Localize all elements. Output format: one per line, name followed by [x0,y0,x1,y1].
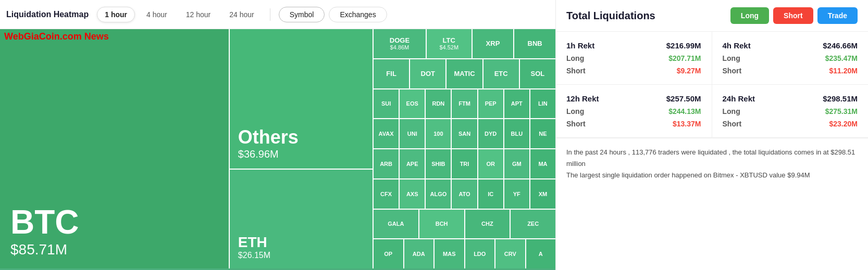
grid-row-7: GALA BCH CHZ ZEC [374,210,555,240]
short-button[interactable]: Short [773,7,813,24]
24h-rekt-value: $298.51M [823,94,858,103]
stats-note: In the past 24 hours , 113,776 traders w… [556,138,868,189]
cell-sol-label: SOL [530,70,544,78]
stats-note-line2: The largest single liquidation order hap… [566,170,858,181]
4h-short-value: $11.20M [829,67,858,75]
cell-dyd-label: DYD [485,131,497,137]
stats-panel: Total Liquidations Long Short Trade 1h R… [555,0,868,270]
cell-chz: CHZ [465,210,511,239]
cell-bch: BCH [419,210,465,239]
cell-ldo: LDO [465,239,496,268]
stats-grid-top: 1h Rekt $216.99M Long $207.71M Short $9.… [556,32,868,85]
btc-cell: BTC $85.71M [0,29,230,268]
cell-xm: XM [530,179,555,209]
cell-doge-value: $4.86M [390,44,410,50]
cell-ftm: FTM [452,89,478,119]
cell-ato-label: ATO [458,191,470,197]
cell-a-label: A [539,251,543,257]
cell-ma-label: MA [538,161,547,167]
tab-1hour[interactable]: 1 hour [97,7,135,22]
cell-blu-label: BLU [511,131,523,137]
cell-ltc-value: $4.52M [439,44,458,50]
eth-label: ETH [238,234,364,251]
cell-ma: MA [530,149,555,178]
1h-long-label: Long [566,54,584,62]
cell-apt-label: APT [511,100,523,107]
cell-arb-label: ARB [380,161,392,167]
stats-title: Total Liquidations [566,10,655,22]
cell-or-label: OR [486,161,495,167]
cell-xrp-label: XRP [486,40,500,47]
heatmap-body: WebGiaCoin.com News BTC $85.71M Others $… [0,29,555,270]
stat-row-1h-short: Short $9.27M [566,67,701,75]
cell-op-label: OP [384,251,392,257]
24h-long-value: $275.31M [825,107,858,115]
stat-block-4h: 4h Rekt $246.66M Long $235.47M Short $11… [712,32,869,84]
cell-tri: TRI [452,149,478,178]
1h-long-value: $207.71M [668,54,701,62]
tab-24hour[interactable]: 24 hour [222,7,261,22]
cell-ic: IC [478,179,504,209]
cell-bnb-label: BNB [528,40,542,47]
cell-op: OP [374,239,404,268]
cell-dot-label: DOT [421,70,435,78]
long-button[interactable]: Long [730,7,769,24]
btc-value: $85.71M [10,241,218,258]
tab-12hour[interactable]: 12 hour [179,7,218,22]
24h-short-value: $23.20M [829,120,858,128]
stat-block-12h: 12h Rekt $257.50M Long $244.13M Short $1… [556,85,712,137]
24h-long-label: Long [723,107,740,115]
trade-button[interactable]: Trade [817,7,858,24]
cell-a: A [526,239,555,268]
cell-ne-label: NE [539,131,547,137]
others-value: $36.96M [238,148,364,160]
cell-100-label: 100 [433,131,443,137]
cell-sui: SUI [374,89,400,119]
grid-row-6: CFX AXS ALGO ATO IC [374,179,555,210]
cell-ftm-label: FTM [458,100,470,107]
4h-rekt-value: $246.66M [823,41,858,50]
cell-zec: ZEC [511,210,555,239]
cell-apt: APT [504,89,530,119]
cell-doge: DOGE $4.86M [374,29,427,58]
cell-cfx: CFX [374,179,400,209]
grid-row-2: FIL DOT MATIC ETC SOL [374,59,555,89]
cell-ne: NE [530,119,555,148]
filter-exchanges[interactable]: Exchanges [329,7,387,22]
mid-col: Others $36.96M ETH $26.15M [230,29,374,268]
cell-sui-label: SUI [381,100,391,107]
cell-pep: PEP [478,89,504,119]
filter-symbol[interactable]: Symbol [279,7,325,22]
cell-ada-label: ADA [413,251,425,257]
stat-row-1h-long: Long $207.71M [566,54,701,62]
watermark: WebGiaCoin.com News [4,31,109,42]
treemap: BTC $85.71M Others $36.96M ETH $26.15M [0,29,555,268]
tab-4hour[interactable]: 4 hour [139,7,175,22]
heatmap-title: Liquidation Heatmap [6,10,89,19]
12h-long-value: $244.13M [668,107,701,115]
others-cell: Others $36.96M [230,29,373,170]
cell-eos: EOS [400,89,426,119]
1h-short-value: $9.27M [677,67,701,75]
1h-rekt-value: $216.99M [666,41,701,50]
heatmap-header: Liquidation Heatmap 1 hour 4 hour 12 hou… [0,0,555,29]
others-label: Others [238,126,364,148]
stat-row-24h-rekt: 24h Rekt $298.51M [723,94,858,103]
cell-fil: FIL [374,59,410,88]
action-btn-group: Long Short Trade [730,7,858,24]
cell-matic: MATIC [447,59,483,88]
24h-short-label: Short [723,120,742,128]
cell-sol: SOL [520,59,555,88]
12h-rekt-label: 12h Rekt [566,94,599,103]
stat-row-4h-short: Short $11.20M [723,67,858,75]
cell-ic-label: IC [488,191,493,197]
eth-value: $26.15M [238,251,364,260]
cell-lin: LIN [530,89,555,119]
stat-block-1h: 1h Rekt $216.99M Long $207.71M Short $9.… [556,32,712,84]
grid-row-1: DOGE $4.86M LTC $4.52M XRP BNB [374,29,555,59]
stat-row-12h-rekt: 12h Rekt $257.50M [566,94,701,103]
cell-matic-label: MATIC [454,70,475,78]
cell-etc: ETC [483,59,520,88]
cell-ada: ADA [404,239,435,268]
cell-gala: GALA [374,210,419,239]
